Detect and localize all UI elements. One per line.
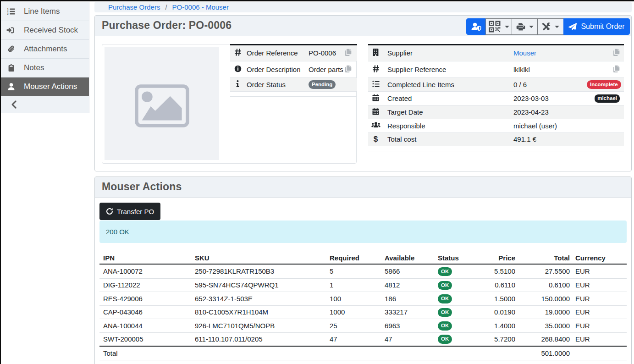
svg-text:3: 3 [7,12,9,15]
